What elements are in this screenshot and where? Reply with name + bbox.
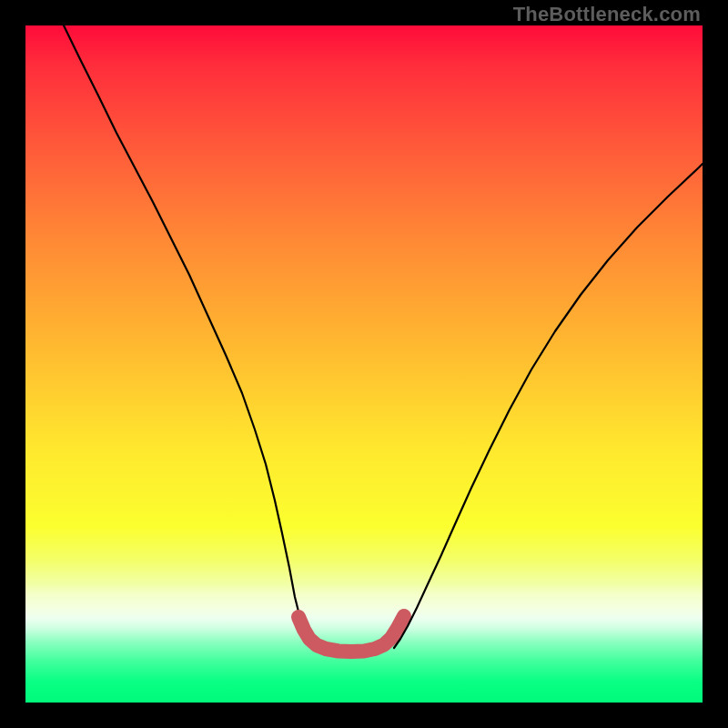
curve-layer	[25, 25, 703, 703]
series-right-curve	[394, 164, 703, 648]
outer-frame: TheBottleneck.com	[0, 0, 728, 728]
plot-area	[25, 25, 703, 703]
series-floor-curve	[298, 616, 404, 652]
series-left-curve	[64, 25, 312, 648]
watermark-text: TheBottleneck.com	[513, 3, 701, 26]
